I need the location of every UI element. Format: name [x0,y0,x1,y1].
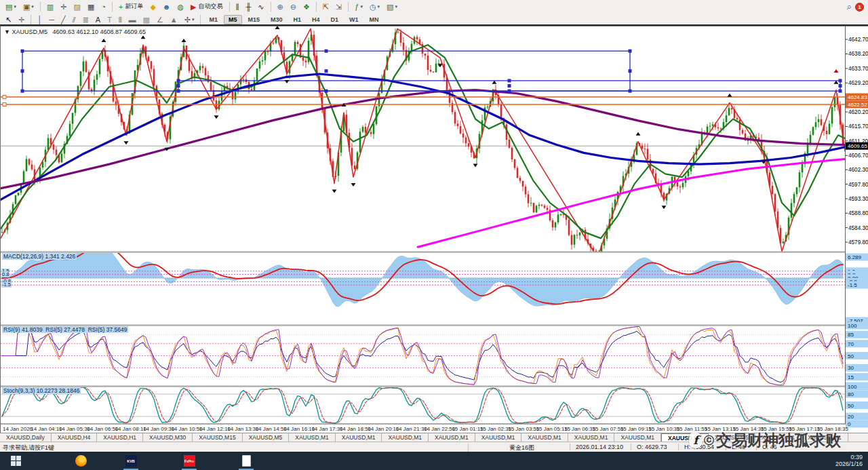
chart-tab-6[interactable]: XAUUSD,M1 [289,433,336,442]
taskbar-fxpro-button[interactable]: FxPro [179,454,199,467]
navigator-button[interactable]: ▨ [71,1,83,12]
dropdown-caret-icon[interactable]: ▾ [378,4,380,9]
chart-tab-16[interactable]: XAUUSD,M1 [755,433,802,442]
timeframe-button-w1[interactable]: W1 [344,15,363,24]
community-button[interactable]: ☻ [160,1,174,12]
cursor-button[interactable]: ↖ [3,14,14,25]
terminal-button[interactable]: ▦ [85,1,97,12]
svg-text:70: 70 [848,341,854,347]
chart-bars-button[interactable]: ⫼ [233,1,242,12]
chart-tab-3[interactable]: XAUUSD,M30 [143,433,193,442]
text-button[interactable]: A [93,14,103,25]
start-button[interactable] [5,454,26,467]
new-order-button[interactable]: +新订单 [116,1,146,12]
gann-button[interactable]: ∠ [154,14,166,25]
chart-tab-15[interactable]: XAUUSD,M5 [709,433,755,442]
zoom-out-button[interactable]: ⊖ [288,1,299,12]
chart-tab-17[interactable]: XAUUSD,M1 [802,433,848,442]
rsi-indicator-label: RSI(9) 41.8039 RSI(5) 27.4478 RSI(5) 37.… [2,326,128,333]
notification-badge[interactable]: 1 [855,3,864,12]
label-icon: T [107,15,112,24]
periods-button[interactable]: ◷▾ [367,1,382,12]
svg-text:4579.80: 4579.80 [848,239,868,246]
dropdown-caret-icon[interactable]: ▾ [31,4,34,9]
data-window-button[interactable]: ✛ [58,1,69,12]
chart-tab-10[interactable]: XAUUSD,M1 [475,433,522,442]
search-icon[interactable]: ⌕ [847,1,852,12]
taskbar-notepad-button[interactable] [236,454,256,467]
dropdown-caret-icon[interactable]: ▾ [192,17,195,22]
dropdown-caret-icon[interactable]: ▾ [360,4,363,9]
market-watch-button[interactable]: ▥ [44,1,56,12]
svg-text:14 Jan 16:10: 14 Jan 16:10 [283,426,315,432]
arrange-asc-button[interactable]: ⇱ [320,1,332,12]
chart-tab-7[interactable]: XAUUSD,M1 [336,433,382,442]
chart-tab-13[interactable]: XAUUSD,M1 [614,433,661,442]
zoom-in-button[interactable]: ⊕ [275,1,286,12]
svg-text:14 Jan 14:50: 14 Jan 14:50 [256,426,288,432]
vertical-line-button[interactable]: │ [35,14,45,25]
autotrading-button[interactable]: ▶自动交易 [188,1,225,12]
timeframe-button-m5[interactable]: M5 [224,15,242,24]
chart-tab-2[interactable]: XAUUSD,H1 [97,433,143,442]
taskbar-kvb-button[interactable]: KVB [121,454,141,467]
tile-windows-button[interactable]: ❖ [300,1,313,12]
new-chart-button[interactable]: ▤▾ [3,1,19,12]
chart-line-button[interactable]: ∿ [255,1,267,12]
chart-tab-0[interactable]: XAUUSD,Daily [0,433,52,442]
timeframe-button-d1[interactable]: D1 [326,15,344,24]
globe-button[interactable]: ◍ [174,1,186,12]
autotrading-label: 自动交易 [199,2,223,11]
chart-tab-4[interactable]: XAUUSD,M15 [193,433,242,442]
timeframe-button-h4[interactable]: H4 [307,15,325,24]
autotrading-icon: ▶ [191,2,196,12]
dropdown-caret-icon[interactable]: ▾ [395,4,398,9]
label-button[interactable]: T [104,14,115,25]
svg-text:14 Jan 18:50: 14 Jan 18:50 [340,426,372,432]
chart-tab-11[interactable]: XAUUSD,M1 [521,433,568,442]
macd-level-tag: -1.5 [1,282,12,288]
trendline-button[interactable]: ╱ [58,14,68,25]
taskbar-firefox-button[interactable] [71,454,91,467]
crosshair-button[interactable]: ✛ [16,14,27,25]
chart-canvas[interactable]: 4642.704638.204633.704629.204620.204615.… [1,26,868,433]
chart-tab-12[interactable]: XAUUSD,M1 [568,433,615,442]
svg-text:15 Jan 11:55: 15 Jan 11:55 [677,426,708,432]
svg-text:4593.30: 4593.30 [848,196,868,202]
chart-tab-5[interactable]: XAUUSD,M5 [243,433,290,442]
svg-text:4624.83: 4624.83 [848,94,867,100]
timeframe-button-m1[interactable]: M1 [204,15,222,24]
chart-tab-1[interactable]: XAUUSD,H4 [52,433,98,442]
indicators-button[interactable]: ƒ▾ [352,1,366,12]
chart-tab-8[interactable]: XAUUSD,M1 [382,433,429,442]
svg-text:15 Jan 15:55: 15 Jan 15:55 [761,426,793,432]
chart-tab-9[interactable]: XAUUSD,M1 [429,433,475,442]
horizontal-line-button[interactable]: ─ [46,14,57,25]
pattern-button[interactable]: ▩ [140,14,153,25]
arrange-asc-icon: ⇱ [323,2,329,12]
rectangle-button[interactable]: ▬ [126,14,139,25]
timeframe-button-m15[interactable]: M15 [243,15,265,24]
metaeditor-button[interactable]: ◆ [147,1,158,12]
timeframe-button-h1[interactable]: H1 [289,15,307,24]
timeframe-button-m30[interactable]: M30 [266,15,288,24]
dropdown-caret-icon[interactable]: ▾ [14,4,16,9]
channel-button[interactable]: ⫽ [70,14,79,25]
clock-date: 2026/1/16 [835,461,863,467]
chart-tab-14[interactable]: XAUUSD,M5 [661,433,709,442]
taskbar-clock[interactable]: 0:39 2026/1/16 [835,454,863,467]
templates-button[interactable]: ▧▾ [384,1,400,12]
chart-candles-button[interactable]: ╫ [243,1,254,12]
fibonacci-button[interactable]: ≣ [80,14,92,25]
profiles-button[interactable]: ▣▾ [20,1,37,12]
svg-text:50: 50 [848,403,854,409]
timeframe-button-mn[interactable]: MN [365,15,384,24]
cycle-lines-icon: ⫴ [119,15,122,24]
community-icon: ☻ [163,2,171,12]
triangle-button[interactable]: ▲ [167,14,180,25]
status-close-value: C: 46 [756,444,777,450]
cycle-lines-button[interactable]: ⫴ [116,14,125,25]
tester-button[interactable]: ◔ [98,1,108,12]
arrows-tool-button[interactable]: ✢▾ [182,14,197,25]
arrange-desc-button[interactable]: ⇲ [333,1,344,12]
